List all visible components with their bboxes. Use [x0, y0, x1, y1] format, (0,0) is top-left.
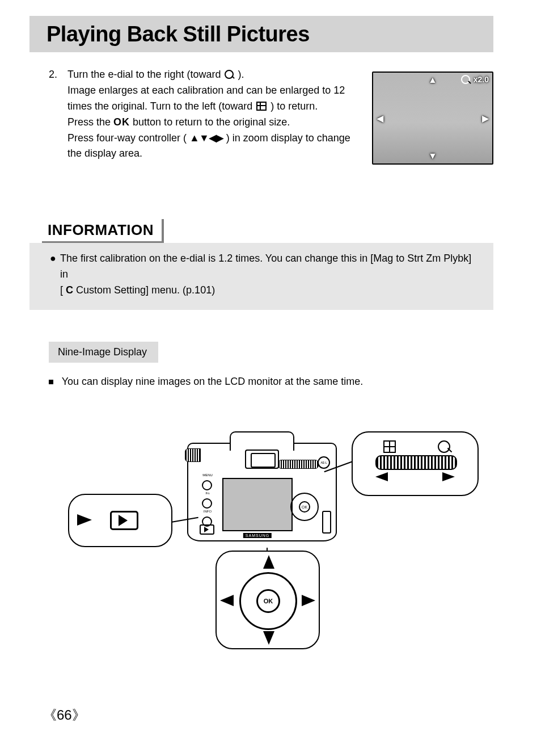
- camera-back-illustration: MENU Fn INFO AE-L: [187, 443, 337, 541]
- manual-page: Playing Back Still Pictures 2. Turn the …: [0, 0, 541, 756]
- step-number: 2.: [49, 67, 65, 83]
- camera-prism-hump: [230, 431, 294, 451]
- camera-viewfinder: [245, 450, 279, 469]
- play-button-callout: [68, 494, 172, 547]
- arrow-right-icon: [302, 595, 315, 606]
- fn-label: Fn: [202, 492, 213, 495]
- zoom-value: x2.0: [474, 75, 489, 84]
- ok-pad-icon: [290, 493, 319, 521]
- menu-button-icon: [202, 480, 212, 490]
- e-dial-large-icon: [375, 455, 457, 470]
- menu-label: MENU: [202, 473, 213, 477]
- step-line1b: ).: [238, 69, 244, 80]
- e-dial-callout: [352, 431, 479, 496]
- four-way-controller-callout: OK: [215, 551, 320, 649]
- info-btn-label: INFO: [202, 510, 213, 513]
- magnify-icon: [438, 440, 450, 453]
- subtext: You can display nine images on the LCD m…: [62, 376, 364, 387]
- camera-lcd-screen: [222, 478, 293, 531]
- page-title-bar: Playing Back Still Pictures: [29, 16, 493, 52]
- info-text: The first calibration on the e-dial is 1…: [60, 251, 480, 299]
- bullet-icon: ●: [50, 251, 60, 299]
- nav-down-icon: ▼: [428, 151, 437, 161]
- arrow-left-icon: [220, 595, 234, 606]
- arrow-up-icon: [263, 555, 274, 569]
- arrow-right-icon: [77, 514, 92, 526]
- page-title: Playing Back Still Pictures: [47, 22, 310, 47]
- magnify-icon: [225, 70, 234, 79]
- information-heading: INFORMATION: [42, 219, 164, 243]
- page-number: 66: [43, 706, 86, 724]
- four-way-arrows-icon: ▲▼◀▶: [189, 132, 223, 144]
- sd-card-door-icon: [322, 511, 331, 534]
- step-text: Turn the e-dial to the right (toward ). …: [67, 67, 351, 162]
- camera-button-column: MENU Fn INFO: [202, 476, 213, 530]
- section-subheading: Nine-Image Display: [49, 342, 158, 363]
- camera-diagram: MENU Fn INFO AE-L: [79, 420, 482, 653]
- step-line4a: Press four-way controller (: [67, 132, 187, 144]
- play-button-large-icon: [110, 511, 138, 530]
- arrow-left-icon: [375, 472, 388, 481]
- arrow-right-icon: [442, 472, 455, 481]
- nav-up-icon: ▲: [428, 75, 437, 85]
- info-line-b1: [: [60, 284, 66, 296]
- info-line-b2: Custom Setting] menu. (p.101): [76, 284, 215, 296]
- arrow-down-icon: [263, 631, 274, 645]
- nav-left-icon: ◀: [377, 113, 383, 124]
- magnify-icon: [461, 75, 470, 84]
- step-line2b: ) to return.: [270, 100, 318, 112]
- instruction-step: 2. Turn the e-dial to the right (toward …: [49, 67, 355, 162]
- e-dial-icon: [278, 460, 319, 469]
- fn-button-icon: [202, 498, 212, 509]
- information-box: ● The first calibration on the e-dial is…: [29, 243, 493, 310]
- step-line1a: Turn the e-dial to the right (toward: [67, 69, 223, 80]
- ok-button-large-icon: OK: [256, 589, 280, 613]
- play-button-icon: [200, 524, 214, 535]
- playback-example-image: ▲ ▼ ◀ ▶ x2.0: [372, 72, 493, 165]
- square-bullet-icon: [49, 380, 53, 384]
- step-line3b: button to return to the original size.: [133, 116, 290, 128]
- ael-button-icon: AE-L: [318, 456, 330, 469]
- info-line-a: The first calibration on the e-dial is 1…: [60, 253, 471, 280]
- custom-setting-c-icon: C: [66, 284, 73, 296]
- step-line3a: Press the: [67, 116, 113, 128]
- info-bullet: ● The first calibration on the e-dial is…: [50, 251, 480, 299]
- section-subtext: You can display nine images on the LCD m…: [49, 376, 363, 388]
- thumbnail-grid-icon: [256, 102, 267, 111]
- dial-direction-arrows: [375, 472, 455, 481]
- camera-grip: [185, 448, 201, 462]
- ok-button-label: OK: [113, 116, 130, 128]
- zoom-level-label: x2.0: [460, 75, 489, 85]
- nav-right-icon: ▶: [482, 113, 489, 124]
- thumbnail-grid-icon: [383, 440, 396, 453]
